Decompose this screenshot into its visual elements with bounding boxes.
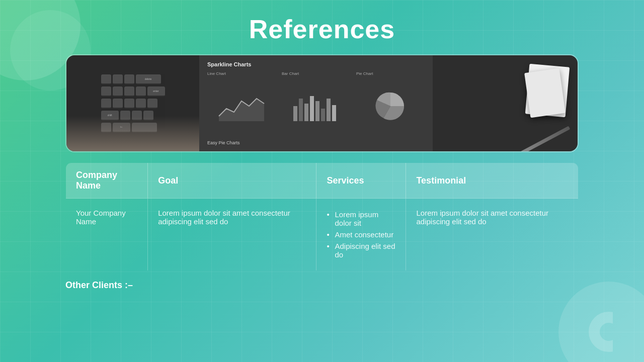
service-item-2: Amet consectetur — [327, 229, 395, 240]
cell-goal: Lorem ipsum dolor sit amet consectetur a… — [148, 199, 316, 271]
svg-rect-5 — [315, 101, 319, 121]
cell-testimonial: Lorem ipsum dolor sit amet consectetur a… — [406, 199, 579, 271]
cell-services: Lorem ipsum dolor sit Amet consectetur A… — [316, 199, 406, 271]
svg-rect-7 — [327, 99, 331, 121]
svg-rect-8 — [332, 105, 336, 121]
col-header-company: Company Name — [66, 163, 148, 199]
references-table: Company Name Goal Services Testimonial Y… — [65, 162, 579, 271]
line-chart-label: Line Chart — [207, 71, 276, 76]
svg-rect-1 — [293, 106, 297, 121]
col-header-goal: Goal — [148, 163, 316, 199]
pie-chart-label: Pie Chart — [356, 71, 425, 76]
col-header-testimonial: Testimonial — [406, 163, 579, 199]
pie-chart-svg — [373, 91, 408, 121]
line-chart-svg — [216, 91, 267, 121]
chart-main-title: Sparkline Charts — [207, 61, 425, 67]
svg-rect-4 — [310, 96, 314, 121]
page-title: References — [249, 14, 395, 44]
documents-image — [433, 55, 578, 151]
cell-company: Your Company Name — [66, 199, 148, 271]
table-row: Your Company Name Lorem ipsum dolor sit … — [66, 199, 579, 271]
bar-chart-label: Bar Chart — [282, 71, 350, 76]
easy-pie-label: Easy Pie Charts — [207, 138, 425, 145]
bar-chart-svg — [291, 91, 341, 121]
svg-marker-0 — [219, 99, 264, 121]
other-clients-section: Other Clients :– — [65, 280, 579, 291]
charts-image: Sparkline Charts Line Chart Bar Chart — [199, 55, 433, 151]
svg-rect-6 — [321, 109, 325, 121]
image-strip: delete enter shift — [65, 54, 579, 152]
svg-rect-3 — [304, 104, 308, 121]
service-item-3: Adipiscing elit sed do — [327, 240, 395, 260]
other-clients-label: Other Clients :– — [65, 280, 133, 290]
col-header-services: Services — [316, 163, 406, 199]
keyboard-image: delete enter shift — [66, 55, 199, 151]
service-item-1: Lorem ipsum dolor sit — [327, 209, 395, 229]
svg-rect-2 — [299, 99, 303, 121]
